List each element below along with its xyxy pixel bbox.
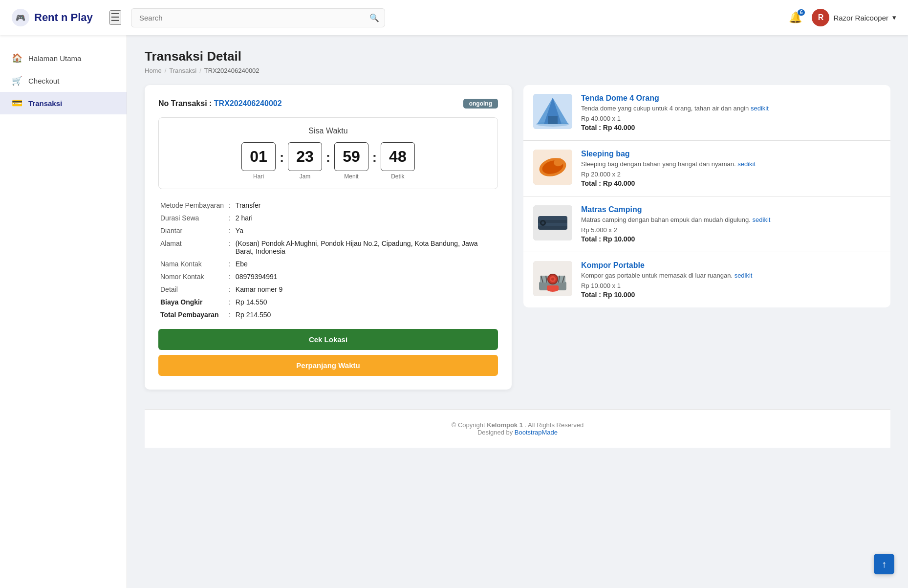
detail-val-6: Kamar nomer 9 <box>234 283 498 296</box>
sedikit-link-sleeping[interactable]: sedikit <box>737 160 756 168</box>
hamburger-button[interactable]: ☰ <box>109 10 121 25</box>
detail-val-3: (Kosan) Pondok Al-Mughni, Pondok Hijau N… <box>234 237 498 258</box>
notification-badge: 6 <box>798 9 805 16</box>
timer-minutes-unit: 59 Menit <box>334 142 368 180</box>
footer: © Copyright Kelompok 1 . All Rights Rese… <box>145 409 890 448</box>
notification-button[interactable]: 🔔 6 <box>789 11 802 24</box>
item-desc-tenda: Tenda dome yang cukup untuk 4 orang, tah… <box>581 105 881 112</box>
perpanjang-waktu-button[interactable]: Perpanjang Waktu <box>158 355 498 376</box>
breadcrumb: Home / Transaksi / TRX202406240002 <box>145 67 890 74</box>
breadcrumb-current: TRX202406240002 <box>204 67 259 74</box>
timer-days: 01 <box>241 142 276 171</box>
breadcrumb-sep-1: / <box>165 67 167 74</box>
logo-icon: 🎮 <box>12 9 29 26</box>
item-price-matras: Rp 5.000 x 2 <box>581 226 881 234</box>
page-title: Transaksi Detail <box>145 49 890 64</box>
scroll-top-button[interactable]: ↑ <box>874 554 894 574</box>
header: 🎮 Rent n Play ☰ 🔍 🔔 6 R Razor Raicooper … <box>0 0 908 35</box>
detail-key-4: Nama Kontak <box>158 258 226 270</box>
table-row: Diantar : Ya <box>158 224 498 237</box>
detail-val-2: Ya <box>234 224 498 237</box>
sidebar-item-transaksi[interactable]: 💳 Transaksi <box>0 92 127 114</box>
table-row: Biaya Ongkir : Rp 14.550 <box>158 296 498 308</box>
sidebar-label-transaksi: Transaksi <box>28 99 62 108</box>
item-name-sleeping: Sleeping bag <box>581 150 881 158</box>
timer-hours: 23 <box>288 142 322 171</box>
item-info-sleeping: Sleeping bag Sleeping bag dengan bahan y… <box>581 150 881 187</box>
sidebar: 🏠 Halaman Utama 🛒 Checkout 💳 Transaksi <box>0 35 127 588</box>
detail-key-1: Durasi Sewa <box>158 212 226 224</box>
timer-label: Sisa Waktu <box>165 127 492 135</box>
timer-seconds: 48 <box>381 142 415 171</box>
detail-val-5: 08979394991 <box>234 270 498 283</box>
sedikit-link-kompor[interactable]: sedikit <box>735 272 753 279</box>
sedikit-link-tenda[interactable]: sedikit <box>751 105 769 112</box>
timer-days-label: Hari <box>253 173 264 180</box>
item-total-kompor: Total : Rp 10.000 <box>581 291 881 299</box>
item-total-matras: Total : Rp 10.000 <box>581 235 881 243</box>
sedikit-link-matras[interactable]: sedikit <box>753 216 771 223</box>
bootstrapmade-link[interactable]: BootstrapMade <box>515 429 558 436</box>
list-item: Kompor Portable Kompor gas portable untu… <box>523 252 890 307</box>
item-desc-kompor: Kompor gas portable untuk memasak di lua… <box>581 272 881 279</box>
svg-rect-11 <box>538 216 567 220</box>
item-price-tenda: Rp 40.000 x 1 <box>581 115 881 122</box>
search-input[interactable] <box>131 8 385 27</box>
detail-key-7: Biaya Ongkir <box>158 296 226 308</box>
detail-key-3: Alamat <box>158 237 226 258</box>
svg-rect-24 <box>547 285 559 290</box>
timer-minutes-label: Menit <box>344 173 358 180</box>
user-name: Razor Raicooper <box>833 14 888 22</box>
sidebar-label-halaman-utama: Halaman Utama <box>28 54 81 63</box>
svg-rect-4 <box>548 116 558 124</box>
item-image-sleeping <box>533 150 572 185</box>
cek-lokasi-button[interactable]: Cek Lokasi <box>158 329 498 350</box>
timer-days-unit: 01 Hari <box>241 142 276 180</box>
detail-key-8: Total Pembayaran <box>158 308 226 321</box>
table-row: Detail : Kamar nomer 9 <box>158 283 498 296</box>
sidebar-item-halaman-utama[interactable]: 🏠 Halaman Utama <box>0 47 127 69</box>
table-row: Nama Kontak : Ebe <box>158 258 498 270</box>
table-row: Durasi Sewa : 2 hari <box>158 212 498 224</box>
item-name-tenda: Tenda Dome 4 Orang <box>581 94 881 103</box>
sidebar-label-checkout: Checkout <box>28 77 59 85</box>
table-row: Total Pembayaran : Rp 214.550 <box>158 308 498 321</box>
svg-point-16 <box>541 221 544 224</box>
detail-val-8: Rp 214.550 <box>234 308 498 321</box>
timer-box: Sisa Waktu 01 Hari : 23 Jam : <box>158 117 498 189</box>
item-price-sleeping: Rp 20.000 x 2 <box>581 171 881 178</box>
layout: 🏠 Halaman Utama 🛒 Checkout 💳 Transaksi T… <box>0 35 908 588</box>
footer-copyright: © Copyright Kelompok 1 . All Rights Rese… <box>156 421 879 429</box>
timer-digits: 01 Hari : 23 Jam : 59 Menit : <box>165 142 492 180</box>
svg-rect-14 <box>538 226 567 230</box>
table-row: Nomor Kontak : 08979394991 <box>158 270 498 283</box>
tx-no-label: No Transaksi : <box>158 99 212 108</box>
home-icon: 🏠 <box>12 53 22 64</box>
timer-hours-unit: 23 Jam <box>288 142 322 180</box>
tx-no-value: TRX202406240002 <box>214 99 282 108</box>
item-info-kompor: Kompor Portable Kompor gas portable untu… <box>581 261 881 299</box>
cart-icon: 🛒 <box>12 75 22 86</box>
item-image-kompor <box>533 261 572 296</box>
app-name: Rent n Play <box>34 11 93 24</box>
search-button[interactable]: 🔍 <box>369 13 379 22</box>
list-item: Matras Camping Matras camping dengan bah… <box>523 196 890 252</box>
items-panel: Tenda Dome 4 Orang Tenda dome yang cukup… <box>523 85 890 307</box>
detail-key-6: Detail <box>158 283 226 296</box>
detail-key-0: Metode Pembayaran <box>158 199 226 212</box>
detail-key-5: Nomor Kontak <box>158 270 226 283</box>
timer-seconds-label: Detik <box>391 173 404 180</box>
sidebar-item-checkout[interactable]: 🛒 Checkout <box>0 69 127 92</box>
user-dropdown-icon: ▾ <box>892 13 896 22</box>
detail-val-7: Rp 14.550 <box>234 296 498 308</box>
detail-val-1: 2 hari <box>234 212 498 224</box>
user-menu-button[interactable]: R Razor Raicooper ▾ <box>812 9 896 26</box>
transaction-icon: 💳 <box>12 98 22 109</box>
item-image-matras <box>533 205 572 240</box>
breadcrumb-transaksi[interactable]: Transaksi <box>169 67 196 74</box>
table-row: Metode Pembayaran : Transfer <box>158 199 498 212</box>
item-name-matras: Matras Camping <box>581 205 881 214</box>
timer-minutes: 59 <box>334 142 368 171</box>
item-desc-matras: Matras camping dengan bahan empuk dan mu… <box>581 216 881 223</box>
breadcrumb-home[interactable]: Home <box>145 67 162 74</box>
